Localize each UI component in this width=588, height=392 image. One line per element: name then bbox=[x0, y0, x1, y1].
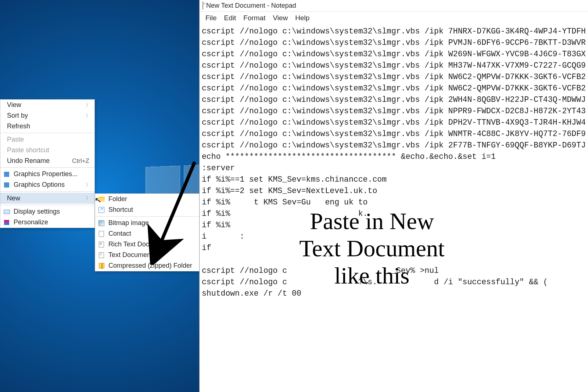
desktop-pane[interactable]: View 〉 Sort by 〉 Refresh Paste Paste sho… bbox=[0, 0, 199, 392]
graphics-icon bbox=[3, 171, 10, 178]
rtf-icon bbox=[98, 241, 105, 248]
menu-view-label: View bbox=[7, 101, 21, 109]
menu-display-settings[interactable]: Display settings bbox=[0, 206, 94, 217]
bitmap-icon bbox=[98, 220, 105, 227]
notepad-window: New Text Document - Notepad File Edit Fo… bbox=[199, 0, 588, 392]
chevron-right-icon: 〉 bbox=[86, 195, 91, 202]
shortcut-icon bbox=[98, 207, 105, 213]
menu-display-label: Display settings bbox=[14, 208, 60, 215]
new-folder-label: Folder bbox=[108, 195, 127, 203]
menu-separator bbox=[0, 191, 94, 192]
menu-paste: Paste bbox=[0, 134, 94, 145]
menu-graphics-props-label: Graphics Properties... bbox=[14, 170, 78, 178]
notepad-icon bbox=[202, 2, 203, 10]
new-shortcut[interactable]: Shortcut bbox=[95, 204, 199, 215]
menu-graphics-properties[interactable]: Graphics Properties... bbox=[0, 169, 94, 179]
new-text-document[interactable]: Text Document bbox=[95, 250, 199, 260]
menu-format[interactable]: Format bbox=[240, 13, 268, 23]
menu-paste-label: Paste bbox=[7, 136, 24, 143]
new-submenu: Folder Shortcut Bitmap image Contact Ric… bbox=[95, 193, 199, 271]
graphics-icon bbox=[3, 182, 10, 188]
menu-refresh[interactable]: Refresh bbox=[0, 121, 94, 132]
personalize-icon bbox=[3, 219, 10, 226]
menu-file[interactable]: File bbox=[202, 13, 220, 23]
text-icon bbox=[98, 252, 105, 259]
notepad-text-area[interactable]: cscript //nologo c:\windows\system32\slm… bbox=[200, 24, 588, 392]
new-rtf-label: Rich Text Documer bbox=[108, 240, 164, 248]
menu-separator bbox=[0, 133, 94, 133]
menu-edit[interactable]: Edit bbox=[221, 13, 239, 23]
menu-paste-shortcut: Paste shortcut bbox=[0, 145, 94, 156]
menu-separator bbox=[0, 205, 94, 205]
new-zip-folder[interactable]: Compressed (zipped) Folder bbox=[95, 260, 199, 271]
menu-personalize-label: Personalize bbox=[14, 218, 48, 226]
notepad-titlebar[interactable]: New Text Document - Notepad bbox=[200, 0, 588, 12]
new-txt-label: Text Document bbox=[108, 251, 153, 259]
display-icon bbox=[3, 209, 10, 215]
new-contact-label: Contact bbox=[108, 230, 131, 238]
new-contact[interactable]: Contact bbox=[95, 228, 199, 239]
menu-graphics-options[interactable]: Graphics Options 〉 bbox=[0, 179, 94, 190]
menu-help[interactable]: Help bbox=[292, 13, 312, 23]
menu-undo-rename[interactable]: Undo Rename Ctrl+Z bbox=[0, 156, 94, 166]
menu-new[interactable]: New 〉 bbox=[0, 193, 94, 204]
menu-new-label: New bbox=[7, 195, 20, 202]
menu-paste-shortcut-label: Paste shortcut bbox=[7, 146, 49, 154]
menu-view[interactable]: View 〉 bbox=[0, 100, 94, 110]
menu-sort-label: Sort by bbox=[7, 112, 28, 120]
new-bitmap[interactable]: Bitmap image bbox=[95, 218, 199, 228]
chevron-right-icon: 〉 bbox=[86, 182, 91, 188]
notepad-menubar: File Edit Format View Help bbox=[200, 12, 588, 24]
menu-view-notepad[interactable]: View bbox=[270, 13, 291, 23]
desktop-context-menu: View 〉 Sort by 〉 Refresh Paste Paste sho… bbox=[0, 99, 95, 228]
menu-undo-label: Undo Rename bbox=[7, 157, 50, 165]
menu-sort-by[interactable]: Sort by 〉 bbox=[0, 110, 94, 121]
menu-personalize[interactable]: Personalize bbox=[0, 217, 94, 228]
menu-refresh-label: Refresh bbox=[7, 122, 30, 130]
new-zip-label: Compressed (zipped) Folder bbox=[108, 262, 192, 270]
zip-icon bbox=[98, 263, 105, 269]
new-folder[interactable]: Folder bbox=[95, 194, 199, 204]
chevron-right-icon: 〉 bbox=[86, 102, 91, 108]
new-shortcut-label: Shortcut bbox=[108, 206, 133, 214]
contact-icon bbox=[98, 231, 105, 237]
notepad-title: New Text Document - Notepad bbox=[206, 2, 296, 10]
menu-separator bbox=[95, 216, 199, 217]
menu-undo-shortcut: Ctrl+Z bbox=[72, 157, 89, 165]
new-rich-text[interactable]: Rich Text Documer bbox=[95, 239, 199, 250]
chevron-right-icon: 〉 bbox=[86, 113, 91, 119]
new-bitmap-label: Bitmap image bbox=[108, 219, 149, 227]
menu-separator bbox=[0, 167, 94, 168]
menu-graphics-opts-label: Graphics Options bbox=[14, 181, 65, 189]
